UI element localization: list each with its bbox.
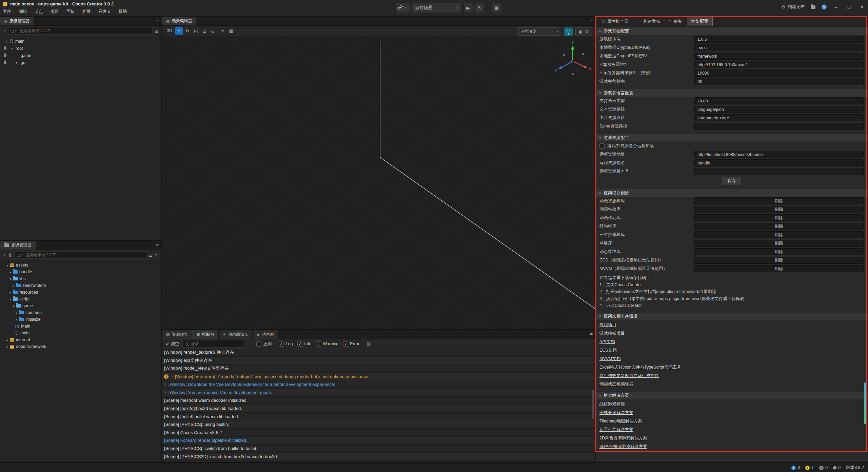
hierarchy-search-input[interactable] — [18, 28, 150, 34]
tree-node[interactable]: ▸internal — [0, 336, 161, 343]
section-header-solutions[interactable]: ∨ 框架解决方案 — [596, 392, 868, 399]
menu-item-4[interactable]: 面板 — [66, 9, 75, 15]
tab-anim-editor[interactable]: ✦动画编辑器 — [219, 330, 253, 339]
log-row[interactable]: [Scene] [box2d]:box2d wasm lib loaded. — [162, 405, 595, 413]
chevron-down-icon[interactable]: ▾ — [15, 29, 17, 33]
chevron-right-icon[interactable]: ▸ — [14, 311, 19, 315]
doc-link[interactable]: 战棋游戏框架 — [599, 400, 625, 409]
console-scrollbar[interactable] — [592, 390, 594, 419]
render-mode-dropdown[interactable]: 正常渲染 ▾ — [517, 27, 561, 36]
tab-assets[interactable]: 资源管理器 — [0, 241, 36, 250]
module-remove-button[interactable]: 剔除 — [694, 231, 864, 238]
section-header-modules[interactable]: ∨ 框架模块剔除 — [596, 189, 868, 197]
menu-item-3[interactable]: 项目 — [51, 9, 59, 15]
module-remove-button[interactable]: 剔除 — [694, 248, 864, 255]
module-remove-button[interactable]: 剔除 — [694, 240, 864, 247]
open-project-folder-icon[interactable] — [811, 5, 815, 9]
tree-node[interactable]: ▸bundle — [0, 269, 161, 275]
chevron-right-icon[interactable]: ▸ — [8, 291, 13, 294]
notification-count[interactable]: 0 — [833, 465, 841, 470]
pivot-toggle-button[interactable]: ⌖ — [219, 27, 226, 35]
log-row[interactable]: [Window] model_view文件夹存在 — [162, 365, 595, 373]
doc-link[interactable]: 动画状态机编辑器 — [599, 380, 633, 389]
menu-item-7[interactable]: 帮助 — [119, 9, 127, 15]
scene-select-dropdown[interactable]: 当前场景 ▾ — [412, 3, 461, 13]
build-publish-button[interactable]: ⚙ 构建发布 — [782, 4, 805, 10]
doc-link[interactable]: Tiledmap地图解决方案 — [599, 417, 642, 426]
log-row[interactable]: [Scene] [PHYSICS]: using builtin. — [162, 420, 595, 429]
property-input[interactable] — [694, 53, 864, 60]
chevron-right-icon[interactable]: ▸ — [8, 270, 13, 274]
tab-send[interactable]: →构建发布 — [633, 17, 664, 26]
panel-menu-icon[interactable]: ≡ — [156, 242, 159, 248]
coordinate-toggle-button[interactable]: ▦ — [228, 27, 235, 35]
chevron-right-icon[interactable]: ▸ — [5, 338, 10, 342]
play-button[interactable]: ▶ — [463, 3, 473, 13]
log-row[interactable]: [Scene] meshopt wasm decoder initialized — [162, 397, 595, 405]
tab-scene-editor[interactable]: ▦ 场景编辑器 — [162, 17, 196, 25]
doc-link[interactable]: 3D角色扮演游戏解决方案 — [599, 442, 647, 451]
filter-info[interactable]: Info — [297, 341, 311, 347]
tree-node[interactable]: ▸initialize — [0, 316, 161, 323]
panel-menu-icon[interactable]: ≡ — [590, 18, 593, 24]
window-maximize-button[interactable]: □ — [846, 4, 852, 10]
property-input[interactable] — [694, 151, 864, 158]
panel-menu-icon[interactable]: ≡ — [590, 332, 593, 337]
refresh-icon[interactable]: ↻ — [155, 253, 159, 258]
doc-link[interactable]: MVVM文档 — [599, 355, 621, 363]
tree-node[interactable]: ▸gui — [0, 59, 161, 66]
menu-item-1[interactable]: 编辑 — [19, 9, 27, 15]
doc-link[interactable]: 2D角色扮演游戏解决方案 — [599, 434, 647, 442]
property-input[interactable] — [694, 123, 864, 130]
property-input[interactable] — [694, 61, 864, 68]
doc-link[interactable]: 新手引导解决方案 — [599, 426, 633, 434]
tree-node[interactable]: game — [0, 52, 161, 59]
menu-item-6[interactable]: 开发者 — [98, 9, 111, 15]
log-row[interactable]: [Scene] Cocos Creator v3.8.2 — [162, 429, 595, 437]
clear-console-button[interactable]: ✐ 清空 — [165, 341, 179, 347]
log-row[interactable]: [Window] ecs文件夹存在 — [162, 357, 595, 365]
create-node-button[interactable]: + — [3, 28, 6, 34]
filter-icon[interactable]: ≣ — [149, 253, 153, 258]
property-input[interactable] — [694, 159, 864, 166]
scene-camera-icon[interactable]: ◉ — [578, 29, 582, 34]
help-icon[interactable]: ? — [822, 4, 827, 9]
axis-gizmo[interactable]: Y X Z — [552, 40, 593, 77]
module-remove-button[interactable]: 剔除 — [694, 214, 864, 221]
tree-node[interactable]: ▾game — [0, 302, 161, 309]
section-header-resource[interactable]: ∨ 游戏资源配置 — [596, 134, 868, 141]
save-button[interactable]: 保存 — [723, 177, 741, 185]
section-header-docs[interactable]: ∨ 框架文档工具链接 — [596, 313, 868, 320]
module-remove-button[interactable]: 剔除 — [694, 206, 864, 213]
scale-tool-button[interactable]: ◱ — [192, 27, 200, 35]
filter-checkbox[interactable] — [343, 341, 348, 347]
restart-button[interactable]: ↻ — [475, 3, 485, 13]
filter-checkbox[interactable] — [316, 341, 321, 347]
property-input[interactable] — [694, 44, 864, 51]
module-remove-button[interactable]: 剔除 — [694, 197, 864, 204]
tree-node[interactable]: ▸resources — [0, 289, 161, 296]
tab-anim-graph[interactable]: ◆动画图 — [253, 330, 278, 339]
tab-preview[interactable]: ▤资源预览 — [162, 330, 192, 339]
error-count[interactable]: ×0 — [819, 465, 828, 470]
regex-toggle[interactable]: 正则 — [256, 341, 272, 347]
window-minimize-button[interactable]: – — [833, 4, 840, 10]
tab-console[interactable]: ▣控制台 — [192, 330, 218, 339]
tree-node[interactable]: ▸common — [0, 309, 161, 316]
log-file-icon[interactable]: ▤ — [367, 341, 371, 347]
move-tool-button[interactable]: + — [175, 27, 183, 35]
anchor-tool-button[interactable]: ⊕ — [209, 27, 217, 35]
sort-icon[interactable]: ⇅ — [8, 253, 12, 258]
doc-link[interactable]: ECS文档 — [599, 346, 617, 355]
panel-menu-icon[interactable]: ≡ — [156, 18, 159, 24]
doc-link[interactable]: 原生包热更新配置自动生成插件 — [599, 372, 659, 380]
tab-hierarchy[interactable]: ◈ 层级管理器 — [0, 17, 34, 25]
chevron-down-icon[interactable]: ▾ — [8, 297, 13, 301]
doc-link[interactable]: API文档 — [599, 338, 615, 346]
tree-node[interactable]: ▸oops-framework — [0, 343, 161, 350]
property-input[interactable] — [694, 70, 864, 77]
section-header-basic[interactable]: ∨ 游戏基础配置 — [596, 27, 868, 35]
chevron-down-icon[interactable]: ▾ — [21, 253, 23, 257]
create-asset-button[interactable]: + — [3, 253, 6, 258]
log-row[interactable]: [Scene] [bullet]:bullet wasm lib loaded. — [162, 413, 595, 421]
